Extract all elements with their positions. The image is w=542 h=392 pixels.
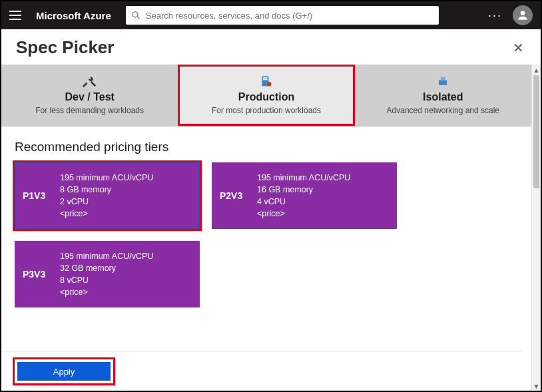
user-avatar[interactable] [513, 5, 533, 25]
tier-acu: 195 minimum ACU/vCPU [257, 172, 350, 184]
global-header: Microsoft Azure ··· [1, 1, 541, 29]
blade-header: Spec Picker ✕ [1, 29, 541, 65]
scroll-up-button[interactable]: ▲ [532, 65, 541, 75]
tier-price: <price> [60, 208, 153, 220]
brand-label: Microsoft Azure [36, 10, 111, 21]
tools-icon [7, 74, 172, 89]
tier-specs: 195 minimum ACU/vCPU 32 GB memory 8 vCPU… [60, 250, 153, 299]
svg-rect-1 [263, 77, 268, 79]
tab-production[interactable]: Production For most production workloads [178, 65, 354, 126]
tier-price: <price> [60, 286, 153, 298]
svg-rect-2 [263, 79, 268, 81]
close-button[interactable]: ✕ [510, 40, 526, 56]
pricing-tier-p1v3[interactable]: P1V3 195 minimum ACU/vCPU 8 GB memory 2 … [15, 162, 200, 229]
tier-sku: P2V3 [220, 190, 257, 201]
pricing-tier-p3v3[interactable]: P3V3 195 minimum ACU/vCPU 32 GB memory 8… [15, 241, 200, 307]
tier-acu: 195 minimum ACU/vCPU [60, 250, 153, 262]
apply-button[interactable]: Apply [17, 362, 111, 381]
vertical-scrollbar[interactable]: ▲ ▼ [531, 65, 541, 391]
pricing-tier-p2v3[interactable]: P2V3 195 minimum ACU/vCPU 16 GB memory 4… [212, 162, 397, 229]
footer-bar: Apply [1, 351, 522, 391]
tab-subtitle: For less demanding workloads [7, 106, 172, 115]
tab-title: Dev / Test [7, 91, 172, 103]
apply-highlight: Apply [15, 359, 113, 383]
tier-vcpu: 8 vCPU [60, 274, 153, 286]
scroll-thumb[interactable] [533, 75, 539, 188]
svg-rect-5 [441, 77, 445, 81]
tier-sku: P1V3 [23, 190, 60, 201]
blade-title: Spec Picker [16, 37, 114, 58]
tier-specs: 195 minimum ACU/vCPU 8 GB memory 2 vCPU … [60, 172, 153, 220]
workload-tabs: Dev / Test For less demanding workloads … [1, 65, 531, 126]
box-icon [360, 74, 526, 89]
tier-memory: 32 GB memory [60, 262, 153, 274]
svg-rect-4 [439, 81, 447, 86]
tier-specs: 195 minimum ACU/vCPU 16 GB memory 4 vCPU… [257, 172, 350, 220]
server-icon [183, 74, 349, 89]
hamburger-menu-button[interactable] [9, 7, 25, 23]
tab-subtitle: Advanced networking and scale [360, 106, 526, 115]
tier-memory: 16 GB memory [257, 184, 350, 196]
tab-title: Production [183, 91, 349, 103]
tab-title: Isolated [360, 91, 526, 103]
tab-isolated[interactable]: Isolated Advanced networking and scale [355, 65, 531, 126]
tier-price: <price> [257, 208, 350, 220]
search-icon [131, 11, 140, 20]
svg-point-3 [267, 82, 272, 87]
tier-vcpu: 2 vCPU [60, 196, 153, 208]
global-search-input[interactable] [146, 11, 433, 21]
tab-dev-test[interactable]: Dev / Test For less demanding workloads [1, 65, 178, 126]
tier-memory: 8 GB memory [60, 184, 153, 196]
scroll-track[interactable] [532, 75, 541, 381]
person-icon [516, 9, 529, 22]
tier-sku: P3V3 [23, 269, 60, 280]
tab-subtitle: For most production workloads [183, 106, 349, 115]
pricing-tier-grid: P1V3 195 minimum ACU/vCPU 8 GB memory 2 … [15, 162, 518, 307]
scroll-down-button[interactable]: ▼ [532, 381, 541, 391]
global-search[interactable] [126, 6, 439, 25]
tier-vcpu: 4 vCPU [257, 196, 350, 208]
recommended-section: Recommended pricing tiers P1V3 195 minim… [1, 126, 531, 307]
more-menu-button[interactable]: ··· [488, 9, 502, 23]
section-heading: Recommended pricing tiers [15, 140, 518, 154]
tier-acu: 195 minimum ACU/vCPU [60, 172, 153, 184]
